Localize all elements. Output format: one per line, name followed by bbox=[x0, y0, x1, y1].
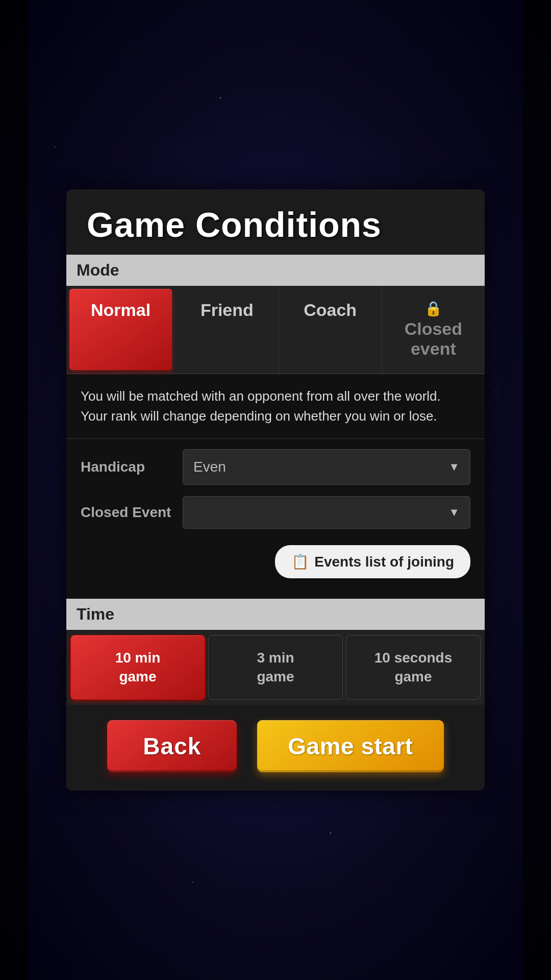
time-tab-10min[interactable]: 10 mingame bbox=[70, 635, 205, 700]
right-sidebar bbox=[523, 0, 551, 980]
mode-tab-closed-event[interactable]: 🔒 Closed event bbox=[382, 286, 485, 373]
mode-tab-normal-label: Normal bbox=[91, 300, 151, 320]
time-tabs-container: 10 mingame 3 mingame 10 secondsgame bbox=[66, 630, 485, 705]
closed-event-row: Closed Event ▼ bbox=[81, 496, 470, 529]
time-tab-10sec[interactable]: 10 secondsgame bbox=[346, 635, 481, 700]
handicap-select[interactable]: Even ▼ bbox=[183, 449, 470, 485]
left-sidebar bbox=[0, 0, 28, 980]
mode-tab-normal[interactable]: Normal bbox=[69, 289, 172, 370]
lock-icon: 🔒 bbox=[387, 300, 480, 317]
back-button[interactable]: Back bbox=[107, 720, 237, 772]
events-list-icon: 📋 bbox=[291, 553, 309, 570]
game-conditions-panel: Game Conditions Mode Normal Friend Coach… bbox=[66, 189, 485, 791]
handicap-row: Handicap Even ▼ bbox=[81, 449, 470, 485]
closed-event-dropdown-arrow: ▼ bbox=[448, 506, 460, 519]
time-section-header: Time bbox=[66, 599, 485, 630]
handicap-label: Handicap bbox=[81, 459, 183, 475]
mode-tab-coach[interactable]: Coach bbox=[279, 286, 382, 373]
events-list-button[interactable]: 📋 Events list of joining bbox=[275, 545, 470, 578]
settings-area: Handicap Even ▼ Closed Event ▼ 📋 Events … bbox=[66, 439, 485, 599]
time-section-label: Time bbox=[77, 605, 114, 623]
events-list-label: Events list of joining bbox=[314, 554, 454, 570]
handicap-value: Even bbox=[193, 459, 226, 475]
events-list-area: 📋 Events list of joining bbox=[81, 540, 470, 589]
mode-description: You will be matched with an opponent fro… bbox=[66, 374, 485, 439]
panel-title-area: Game Conditions bbox=[66, 189, 485, 255]
mode-tab-coach-label: Coach bbox=[304, 300, 357, 320]
mode-tabs-container: Normal Friend Coach 🔒 Closed event bbox=[66, 286, 485, 374]
mode-tab-friend-label: Friend bbox=[201, 300, 254, 320]
action-buttons-area: Back Game start bbox=[66, 705, 485, 791]
time-tab-10sec-label: 10 secondsgame bbox=[374, 650, 453, 684]
time-tab-10min-label: 10 mingame bbox=[115, 650, 161, 684]
time-tab-3min[interactable]: 3 mingame bbox=[208, 635, 343, 700]
game-start-button[interactable]: Game start bbox=[257, 720, 443, 772]
panel-title: Game Conditions bbox=[87, 205, 464, 244]
closed-event-label: Closed Event bbox=[81, 504, 183, 521]
mode-section-header: Mode bbox=[66, 255, 485, 286]
time-tab-3min-label: 3 mingame bbox=[257, 650, 294, 684]
closed-event-select[interactable]: ▼ bbox=[183, 496, 470, 529]
mode-tab-friend[interactable]: Friend bbox=[176, 286, 279, 373]
mode-tab-closed-event-label: Closed event bbox=[405, 319, 462, 358]
mode-description-text: You will be matched with an opponent fro… bbox=[81, 388, 441, 424]
handicap-dropdown-arrow: ▼ bbox=[448, 460, 460, 474]
mode-section-label: Mode bbox=[77, 261, 119, 279]
